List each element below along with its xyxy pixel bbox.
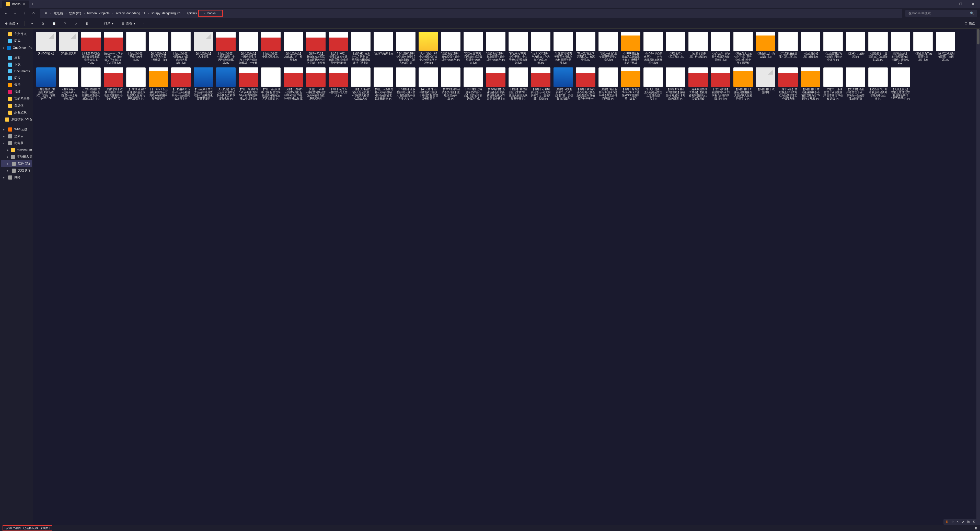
- file-item[interactable]: 【抖音同款】破局赢业赚钱学小项目正版白首35则白首规划.jpg: [800, 67, 821, 101]
- file-item[interactable]: 【选5本40元】把信送给加西亚 致加西亚的一封信 正版中英珍卷回.jpg: [305, 31, 326, 65]
- file-item[interactable]: 《新生代员工的管理与激励》.jpg: [912, 31, 934, 65]
- file-item[interactable]: "精读华为"系列--华为干法：华为干事业的52条细则.jpg: [508, 31, 529, 65]
- file-item[interactable]: "经营有道"系列--商场超市经营管理158个怎么办.jpg: [463, 31, 484, 65]
- ime-simp[interactable]: 简: [966, 520, 971, 525]
- file-item[interactable]: 【49元选7】公司控制权顶层设计 郑指梁著 管理类书籍 领导力.jpg: [418, 67, 439, 101]
- file-item[interactable]: 《企业财务通则》解读.jpg: [800, 31, 821, 65]
- sidebar-item[interactable]: 我的坚果云: [1, 95, 32, 102]
- file-item[interactable]: 【曾仕强作品】不生气的活法.jpg: [125, 31, 147, 65]
- file-item[interactable]: "经营有道"系列--餐饮经营与服务158个怎么办.jpg: [440, 31, 461, 65]
- file-item[interactable]: 《智慧转型：重新思考商业模式》(团购，请致电400-106-66.jpg: [35, 67, 57, 101]
- ime-punct[interactable]: •,: [956, 520, 959, 525]
- file-item[interactable]: 【包邮】可复制的领导力1+2（套装2册）奖登著 自我提升 自.jpg: [552, 67, 574, 101]
- file-item[interactable]: 《门店精细化管理》(第二版).jpg: [777, 31, 799, 65]
- file-item[interactable]: 《U型变革》（2024版）.jpg: [665, 31, 686, 65]
- file-item[interactable]: 【曾仕强作品】中国式思维.jpg: [260, 31, 282, 65]
- ime-emoji[interactable]: ⊙: [961, 520, 965, 525]
- file-item[interactable]: 【抖音同款】2 册困局突围赢在复盘解锁人生困局领导力.jpg: [732, 67, 754, 101]
- sidebar-item[interactable]: ▸WPS云盘: [1, 126, 32, 133]
- bc-scrapy1[interactable]: scrapy_dangdang_01: [114, 11, 147, 16]
- file-item[interactable]: 【2册】底层逻辑1+2 共两册 刘润 59分钟商学院讲透这个世界.jpg: [238, 67, 259, 101]
- file-item[interactable]: 【1元抢购】管理方面的书籍 按流程执行 按规范化管理 不懂带团.jpg: [192, 67, 214, 101]
- sort-button[interactable]: ↕ 排序 ▾: [99, 20, 116, 27]
- sidebar-item[interactable]: ▸坚果云: [1, 133, 32, 140]
- list-view-icon[interactable]: ☰: [970, 526, 972, 530]
- file-item[interactable]: 【奖登推 荐】开维 权版本经典商管法则略企业法.jpg: [867, 67, 889, 101]
- file-item[interactable]: 【包邮】可复制的沟通力+可复制的领导力（套装2册）奖登.jpg: [530, 67, 552, 101]
- sidebar-item[interactable]: ▸软件 (D:): [1, 160, 32, 167]
- file-item[interactable]: 【奖读书】会推开维 管理十诚：影响你一生的管理法则 商业法.jpg: [845, 67, 866, 101]
- ime-sogou-icon[interactable]: S: [945, 520, 949, 525]
- bc-projects[interactable]: Python_Projects: [86, 11, 111, 16]
- file-item[interactable]: 【1元抢购】领导力法则 不懂带团队你就自己累 不懂说话怎.jpg: [215, 67, 237, 101]
- file-item[interactable]: 《追求卓越》《信经分析》《这是一本永远都有用的书》.jpg: [58, 67, 79, 101]
- file-item[interactable]: "华为观察"系列 华为没有秘密1-3（套装3册）【官方包邮】吴春.jpg: [395, 31, 417, 65]
- file-item[interactable]: 【2册】小而美+持续盈利的经营法则/+情绪自控系统闹询如何.jpg: [305, 67, 326, 101]
- sidebar-item[interactable]: ▸网络: [1, 174, 32, 181]
- file-item[interactable]: "经营有道"系列--物业管理与服务158个怎么办.jpg: [485, 31, 506, 65]
- bc-drive[interactable]: 软件 (D:): [67, 11, 83, 16]
- file-item[interactable]: 【抖音同款】成交闭环: [755, 67, 776, 101]
- sidebar-item[interactable]: ▾此电脑: [1, 140, 32, 146]
- cut-button[interactable]: ✂: [29, 21, 35, 26]
- scroll-thumb[interactable]: [977, 29, 980, 45]
- file-item[interactable]: 《贝页》进化：走向确定的管理之道 进化型组.jpg: [643, 67, 664, 101]
- file-item[interactable]: 【曾仕强作品】领导的方与圆（升级版）.jpg: [148, 31, 169, 65]
- sidebar-item[interactable]: 致命游戏: [1, 109, 32, 116]
- file-item[interactable]: 【包邮】商业的核心 新时代的企业经营原则 休伯特乔利等著 一表.jpg: [575, 67, 597, 101]
- sidebar-item[interactable]: 自媒体: [1, 102, 32, 109]
- sidebar-item[interactable]: ▸文档 (E:): [1, 167, 32, 174]
- tab-books[interactable]: books ✕: [2, 0, 29, 8]
- pc-icon[interactable]: 🖥: [43, 10, 49, 16]
- file-item[interactable]: (单册) 黑天鹅: [58, 31, 79, 65]
- bc-spiders[interactable]: spiders: [186, 11, 199, 16]
- file-item[interactable]: 【曾仕强作品】领导的方与圆（袖珍典藏版）.jpg: [170, 31, 192, 65]
- file-item[interactable]: 【9.9包邮】正版包邮 识人用人管人 著勤言勤书领导语 人力.jpg: [395, 67, 417, 101]
- sidebar-item[interactable]: Documents: [1, 68, 32, 75]
- file-item[interactable]: 《第3选择：解决所有难题的关键思维》.jpg: [710, 31, 731, 65]
- file-item[interactable]: 【包邮】这就是OKR+OKR工作法+OKR使用手册（套装3册）.jpg: [620, 67, 641, 101]
- file-item[interactable]: 【曾仕强作品】中国式管理：十周年纪念珍藏版.jpg: [215, 31, 237, 65]
- file-item[interactable]: "训战一体化"后备管理干部培训模式.jpg: [597, 31, 619, 65]
- sidebar-item[interactable]: ▸本地磁盘 (C:): [1, 153, 32, 160]
- file-item[interactable]: 《新商业文明：从利润到价值》(团购，请致电010-57993380.jpg: [890, 31, 911, 65]
- file-item[interactable]: 《企业管理咨询与诊断》同步综合练习.jpg: [822, 31, 844, 65]
- file-item[interactable]: 【纸质书】秦吏 by七月新番 全7册完结未删减纸质书【博睿好书.jpg: [350, 31, 372, 65]
- file-item[interactable]: 【】 OKR工作法 谷歌领英等公司高绩效秘籍图书 斯蒂娜沃特克.jpg: [148, 67, 169, 101]
- ime-lang[interactable]: 中: [950, 520, 955, 525]
- up-button[interactable]: ↑: [21, 10, 28, 16]
- sidebar-item[interactable]: 音乐: [1, 81, 32, 88]
- file-item[interactable]: 【2023新书】企业税务会计实操及税法合规技巧云课 税务核.jpg: [485, 67, 506, 101]
- file-item[interactable]: 【3册】领导力+管理类+做人管人.jpg: [328, 67, 349, 101]
- file-item[interactable]: 《素书》大成智慧.jpg: [845, 31, 866, 65]
- paste-button[interactable]: 📋: [50, 21, 58, 26]
- search-box[interactable]: 在 books 中搜索 🔍: [905, 10, 977, 17]
- sidebar-item[interactable]: 桌面: [1, 54, 32, 61]
- file-item[interactable]: (PMBOK指南): [35, 31, 57, 65]
- search-icon[interactable]: 🔍: [970, 11, 974, 15]
- file-item[interactable]: 《休闲活动策划与管理》(第四版).jpg: [935, 31, 956, 65]
- file-item[interactable]: 【抖音同款】管理就是玩转情商红白脸的管理艺术领导力法则.jpg: [777, 67, 799, 101]
- sidebar-item[interactable]: ▸OneDrive - Person: [1, 45, 32, 51]
- refresh-button[interactable]: ⟳: [31, 10, 37, 16]
- file-item[interactable]: 【3册】人性的奥秘+人际的奥秘+情绪的奥秘 套装套三册 曾.jpg: [372, 67, 394, 101]
- maximize-button[interactable]: ❐: [956, 0, 966, 8]
- bc-pc[interactable]: 此电脑: [52, 11, 64, 16]
- file-item[interactable]: 【当当网2 册】底层逻辑1+2 刘润著 5分钟商学院 清单.jpg: [710, 67, 731, 101]
- file-item[interactable]: 【2册】金线+成事 冯唐著 管理学作品麦肯锡方法工具实用的.jpg: [260, 67, 282, 101]
- back-button[interactable]: ←: [3, 10, 9, 16]
- sidebar-item[interactable]: ▸movies (192.168.: [1, 146, 32, 153]
- file-item[interactable]: (读世界500强企业财务管理制度·流程·表格·文本.jpg: [80, 31, 102, 65]
- minimize-button[interactable]: ─: [943, 0, 953, 8]
- bc-scrapy2[interactable]: scrapy_dangdang_01: [150, 11, 182, 16]
- file-item[interactable]: 【飞机盒发货】芒格之道 查理芒格股东会讲话1987-2022年.jpg: [890, 67, 911, 101]
- file-item[interactable]: 【3册】人性的奥秘+人际的奥秘+情绪的奥秘 曾仕强全人性的.jpg: [350, 67, 372, 101]
- file-item[interactable]: "十三五"普通高等教育本科规划教材 管理学原理.jpg: [552, 31, 574, 65]
- file-item[interactable]: 【2019诺贝尔经济学奖得主】正版 贫穷的本质.jpg: [440, 67, 461, 101]
- file-item[interactable]: 【曾仕强作品】中国式管理行为：十周年纪念珍藏版（十年畅销.jpg: [238, 31, 259, 65]
- file-item[interactable]: 【博库专享签章+印签贴纸】赫兹里特 丹尼尔·卡尼曼 美国家.jpg: [665, 67, 686, 101]
- file-item[interactable]: 《梁山政治》(白金版）.jpg: [755, 31, 776, 65]
- file-item[interactable]: 【包邮】商业洞察力 刘润著 5分钟商学院五分钟商学院.jpg: [597, 67, 619, 101]
- file-item[interactable]: (任选一本，下单备注)（科目任选，下单备注）官方正版.jpg: [103, 31, 124, 65]
- file-item[interactable]: 【】稻盛和夫 活法+干法+心稻盛和夫一生的管托全套日本京瓷.jpg: [170, 67, 192, 101]
